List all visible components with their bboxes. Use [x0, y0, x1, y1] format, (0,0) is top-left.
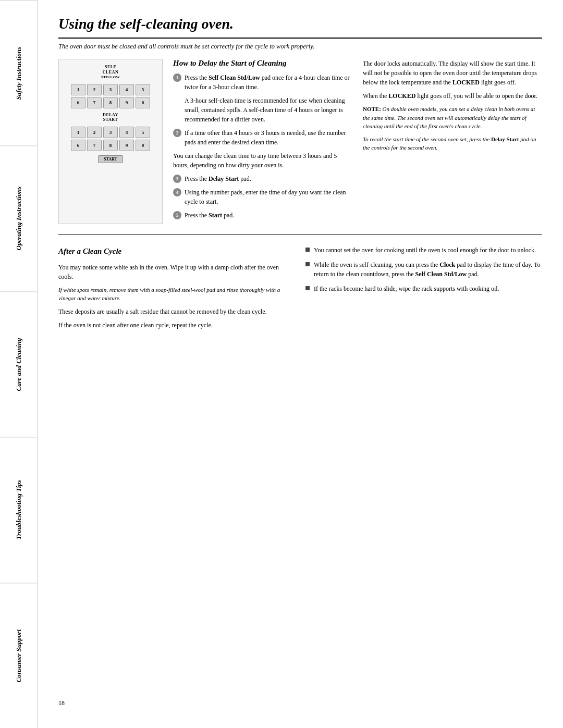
step-4-num: 4 [173, 188, 181, 196]
key-8b[interactable]: 8 [103, 140, 118, 151]
bullet-item-3: If the racks become hard to slide, wipe … [305, 284, 542, 293]
sidebar-item-care[interactable]: Care and Cleaning [0, 291, 37, 437]
after-note-italic: If white spots remain, remove them with … [58, 286, 295, 303]
oven-diagram: SelfCleanStd/Low 1 2 3 4 5 6 7 8 9 0 Del… [58, 59, 163, 224]
after-para3: If the oven is not clean after one clean… [58, 320, 295, 330]
after-section: After a Clean Cycle You may notice some … [58, 245, 542, 334]
keypad-top: 1 2 3 4 5 6 7 8 9 0 [71, 84, 150, 108]
bullet-text-2: While the oven is self-cleaning, you can… [314, 260, 542, 279]
right-para2: When the LOCKED light goes off, you will… [363, 91, 542, 101]
step-2-text: If a time other than 4 hours or 3 hours … [185, 128, 352, 147]
step-1-text: Press the Self Clean Std/Low pad once fo… [185, 73, 352, 92]
step-1: 1 Press the Self Clean Std/Low pad once … [173, 73, 352, 92]
sidebar: Safety Instructions Operating Instructio… [0, 0, 38, 728]
sidebar-item-consumer[interactable]: Consumer Support [0, 583, 37, 728]
delay-para1: You can change the clean time to any tim… [173, 151, 352, 170]
key-7b[interactable]: 7 [87, 140, 102, 151]
bullet-text-1: You cannot set the oven for cooking unti… [314, 245, 536, 255]
key-1b[interactable]: 1 [71, 127, 85, 138]
step-3: 3 Press the Delay Start pad. [173, 174, 352, 183]
step-5-num: 5 [173, 211, 181, 219]
step-1-num: 1 [173, 73, 181, 82]
bullet-text-3: If the racks become hard to slide, wipe … [314, 284, 499, 293]
key-5b[interactable]: 5 [136, 127, 150, 138]
step-5-text: Press the Start pad. [185, 211, 234, 220]
right-note: NOTE: On double oven models, you can set… [363, 105, 542, 131]
key-7[interactable]: 7 [87, 97, 102, 108]
key-1[interactable]: 1 [71, 84, 85, 95]
diagram-label2: DelayStart [103, 113, 118, 122]
key-3[interactable]: 3 [103, 84, 118, 95]
bullet-icon-3 [305, 286, 310, 290]
after-para1: You may notice some white ash in the ove… [58, 263, 295, 281]
section-divider [58, 235, 542, 235]
step-2: 2 If a time other than 4 hours or 3 hour… [173, 128, 352, 147]
right-col: The door locks automatically. The displa… [363, 59, 542, 224]
after-col-right: You cannot set the oven for cooking unti… [305, 245, 542, 334]
main-content: Using the self-cleaning oven. The oven d… [38, 0, 563, 728]
key-5[interactable]: 5 [136, 84, 150, 95]
page-number: 18 [58, 689, 542, 707]
key-0b[interactable]: 0 [136, 140, 150, 151]
key-3b[interactable]: 3 [103, 127, 118, 138]
delay-instructions-col: How to Delay the Start of Cleaning 1 Pre… [173, 59, 352, 224]
key-9[interactable]: 9 [119, 97, 134, 108]
right-para1: The door locks automatically. The displa… [363, 59, 542, 87]
key-4[interactable]: 4 [119, 84, 134, 95]
step-1-note: A 3-hour self-clean time is recommended … [173, 96, 352, 124]
sidebar-item-operating[interactable]: Operating Instructions [0, 145, 37, 291]
after-section-title: After a Clean Cycle [58, 245, 295, 257]
top-section: SelfCleanStd/Low 1 2 3 4 5 6 7 8 9 0 Del… [58, 59, 542, 224]
diagram-label1: SelfCleanStd/Low [101, 65, 120, 80]
sidebar-item-troubleshooting[interactable]: Troubleshooting Tips [0, 437, 37, 582]
page-title: Using the self-cleaning oven. [58, 16, 542, 39]
delay-section-title: How to Delay the Start of Cleaning [173, 59, 352, 68]
bullet-item-2: While the oven is self-cleaning, you can… [305, 260, 542, 279]
keypad-bottom: 1 2 3 4 5 6 7 8 9 0 [71, 127, 150, 151]
key-2[interactable]: 2 [87, 84, 102, 95]
step-3-num: 3 [173, 175, 181, 183]
step-4-text: Using the number pads, enter the time of… [185, 188, 352, 206]
key-6[interactable]: 6 [71, 97, 85, 108]
bullet-item-1: You cannot set the oven for cooking unti… [305, 245, 542, 255]
bullet-icon-1 [305, 248, 310, 252]
sidebar-item-safety[interactable]: Safety Instructions [0, 0, 37, 145]
step-2-num: 2 [173, 129, 181, 137]
start-button-diagram[interactable]: Start [98, 155, 123, 163]
page-subtitle: The oven door must be closed and all con… [58, 43, 542, 51]
key-0[interactable]: 0 [136, 97, 150, 108]
step-5: 5 Press the Start pad. [173, 211, 352, 220]
key-4b[interactable]: 4 [119, 127, 134, 138]
key-6b[interactable]: 6 [71, 140, 85, 151]
right-recall: To recall the start time of the second o… [363, 135, 542, 152]
bullet-icon-2 [305, 262, 310, 266]
step-3-text: Press the Delay Start pad. [185, 174, 251, 183]
key-8[interactable]: 8 [103, 97, 118, 108]
key-9b[interactable]: 9 [119, 140, 134, 151]
after-col-left: After a Clean Cycle You may notice some … [58, 245, 295, 334]
key-2b[interactable]: 2 [87, 127, 102, 138]
step-4: 4 Using the number pads, enter the time … [173, 188, 352, 206]
after-para2: These deposits are usually a salt residu… [58, 307, 295, 316]
instructions-area: How to Delay the Start of Cleaning 1 Pre… [173, 59, 542, 224]
